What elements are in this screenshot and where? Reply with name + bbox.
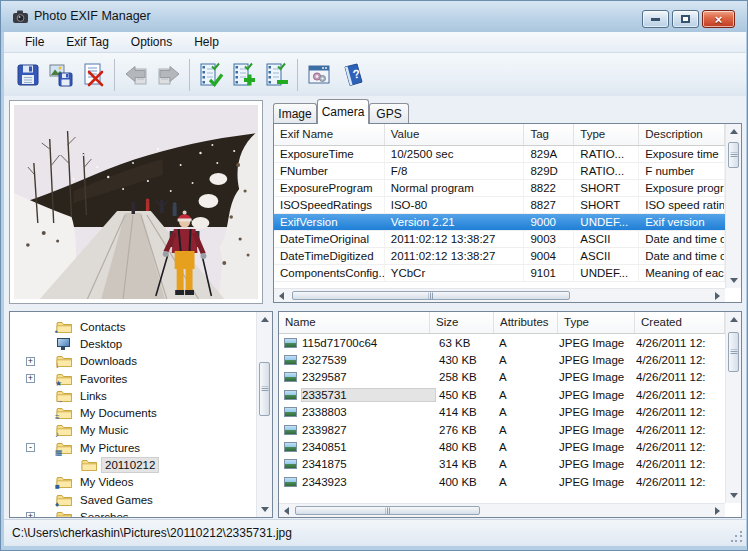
exif-table-row[interactable]: FNumber F/8 829D RATIO... F number [274, 163, 725, 180]
scroll-down-icon[interactable] [730, 493, 738, 498]
tree-item-label: Searches [77, 510, 132, 517]
file-row[interactable]: 2343923 400 KB A JPEG Image 4/26/2011 12… [279, 473, 725, 490]
file-row[interactable]: 2339827 276 KB A JPEG Image 4/26/2011 12… [279, 421, 725, 438]
scrollbar-thumb[interactable] [295, 506, 480, 515]
column-header[interactable]: Exif Name [274, 124, 385, 145]
scroll-left-icon[interactable] [284, 507, 289, 515]
tab-camera[interactable]: Camera [317, 99, 369, 124]
column-header[interactable]: Type [558, 312, 635, 333]
tree-item[interactable]: Desktop [10, 335, 256, 352]
menu-help[interactable]: Help [183, 32, 230, 52]
column-header[interactable]: Value [385, 124, 525, 145]
exif-table-row[interactable]: DateTimeDigitized 2011:02:12 13:38:27 90… [274, 248, 725, 265]
exif-table-row[interactable]: DateTimeOriginal 2011:02:12 13:38:27 900… [274, 231, 725, 248]
file-row[interactable]: 2327539 430 KB A JPEG Image 4/26/2011 12… [279, 351, 725, 368]
scrollbar-thumb[interactable] [728, 332, 739, 372]
menu-exif-tag[interactable]: Exif Tag [55, 32, 119, 52]
column-header[interactable]: Tag [524, 124, 574, 145]
remove-exif-tag-button[interactable] [260, 57, 293, 93]
tree-item[interactable]: + ? Searches [10, 508, 256, 517]
column-header[interactable]: Created [635, 312, 725, 333]
exif-vertical-scrollbar[interactable] [725, 124, 741, 288]
tree-item[interactable]: - ▦ My Pictures [10, 439, 256, 456]
file-row[interactable]: 2329587 258 KB A JPEG Image 4/26/2011 12… [279, 369, 725, 386]
tree-item[interactable]: 20110212 [10, 456, 256, 473]
tree-item[interactable]: + ↓ Downloads [10, 353, 256, 370]
file-created-cell: 4/26/2011 12: [636, 441, 725, 453]
exif-table-row[interactable]: ExifVersion Version 2.21 9000 UNDEF... E… [274, 214, 725, 231]
maximize-button[interactable] [672, 10, 699, 28]
scroll-left-icon[interactable] [279, 292, 284, 300]
help-button[interactable]: ? [335, 57, 368, 93]
tab-gps[interactable]: GPS [369, 103, 409, 124]
scroll-up-icon[interactable] [261, 317, 269, 322]
add-exif-tag-button[interactable] [227, 57, 260, 93]
photo-preview-panel [9, 100, 263, 304]
expander-icon[interactable]: - [26, 443, 35, 452]
tree-item[interactable]: + ★ Favorites [10, 370, 256, 387]
menu-file[interactable]: File [14, 32, 55, 52]
file-vertical-scrollbar[interactable] [725, 312, 741, 503]
save-image-button[interactable] [44, 57, 77, 93]
resize-grip[interactable] [731, 531, 743, 543]
exif-table-row[interactable]: ISOSpeedRatings ISO-80 8827 SHORT ISO sp… [274, 197, 725, 214]
file-type-cell: JPEG Image [559, 389, 636, 401]
file-row[interactable]: 115d71700c64 63 KB A JPEG Image 4/26/201… [279, 334, 725, 351]
expander-icon[interactable]: + [26, 374, 35, 383]
tree-vertical-scrollbar[interactable] [256, 312, 272, 517]
undo-button[interactable] [119, 57, 152, 93]
scroll-down-icon[interactable] [730, 278, 738, 283]
exif-table-row[interactable]: ComponentsConfig... YCbCr 9101 UNDEF... … [274, 265, 725, 282]
tree-item[interactable]: → Links [10, 387, 256, 404]
expander-icon[interactable]: + [26, 357, 35, 366]
tree-item[interactable]: ■ My Videos [10, 474, 256, 491]
scroll-up-icon[interactable] [730, 317, 738, 322]
column-header[interactable]: Size [430, 312, 494, 333]
tree-item-label: My Documents [77, 406, 160, 420]
file-attributes-cell: A [495, 424, 559, 436]
scrollbar-thumb[interactable] [259, 362, 270, 416]
scroll-up-icon[interactable] [730, 129, 738, 134]
tree-item[interactable]: ♦ Saved Games [10, 491, 256, 508]
minimize-button[interactable] [642, 10, 669, 28]
delete-exif-button[interactable] [77, 57, 110, 93]
scroll-right-icon[interactable] [715, 292, 720, 300]
file-size-cell: 258 KB [435, 371, 495, 383]
scroll-down-icon[interactable] [261, 507, 269, 512]
file-size-cell: 414 KB [435, 406, 495, 418]
exif-description-cell: F number [639, 163, 725, 179]
exif-table-row[interactable]: ExposureProgram Normal program 8822 SHOR… [274, 180, 725, 197]
exif-table-row[interactable]: ExposureTime 10/2500 sec 829A RATIO... E… [274, 146, 725, 163]
apply-exif-button[interactable] [194, 57, 227, 93]
exif-value-cell: Normal program [385, 180, 525, 196]
tree-item[interactable]: ▪ Contacts [10, 318, 256, 335]
save-button[interactable] [11, 57, 44, 93]
exif-name-cell: ComponentsConfig... [274, 265, 385, 281]
file-row[interactable]: 2340851 480 KB A JPEG Image 4/26/2011 12… [279, 438, 725, 455]
menu-options[interactable]: Options [120, 32, 183, 52]
exif-tag-cell: 829A [524, 146, 574, 162]
column-header[interactable]: Attributes [494, 312, 558, 333]
exif-horizontal-scrollbar[interactable] [274, 288, 725, 302]
redo-button[interactable] [152, 57, 185, 93]
tree-item[interactable]: ≡ My Documents [10, 404, 256, 421]
file-row[interactable]: 2335731 450 KB A JPEG Image 4/26/2011 12… [279, 386, 725, 403]
exif-value-cell: YCbCr [385, 265, 525, 281]
file-horizontal-scrollbar[interactable] [279, 503, 725, 517]
close-button[interactable]: × [702, 10, 735, 28]
scrollbar-thumb[interactable] [728, 142, 739, 168]
tree-item[interactable]: ♪ My Music [10, 422, 256, 439]
expander-icon[interactable]: + [26, 512, 35, 517]
file-row[interactable]: 2341875 314 KB A JPEG Image 4/26/2011 12… [279, 456, 725, 473]
column-header[interactable]: Type [574, 124, 639, 145]
options-button[interactable] [302, 57, 335, 93]
scrollbar-thumb[interactable] [292, 291, 570, 300]
column-header[interactable]: Name [279, 312, 430, 333]
menu-bar: File Exif Tag Options Help [4, 32, 746, 53]
tab-image[interactable]: Image [273, 103, 317, 124]
title-bar[interactable]: Photo EXIF Manager × [1, 1, 748, 32]
column-header[interactable]: Description [639, 124, 725, 145]
file-row[interactable]: 2338803 414 KB A JPEG Image 4/26/2011 12… [279, 404, 725, 421]
scroll-right-icon[interactable] [715, 507, 720, 515]
exif-description-cell: Date and time of [639, 248, 725, 264]
